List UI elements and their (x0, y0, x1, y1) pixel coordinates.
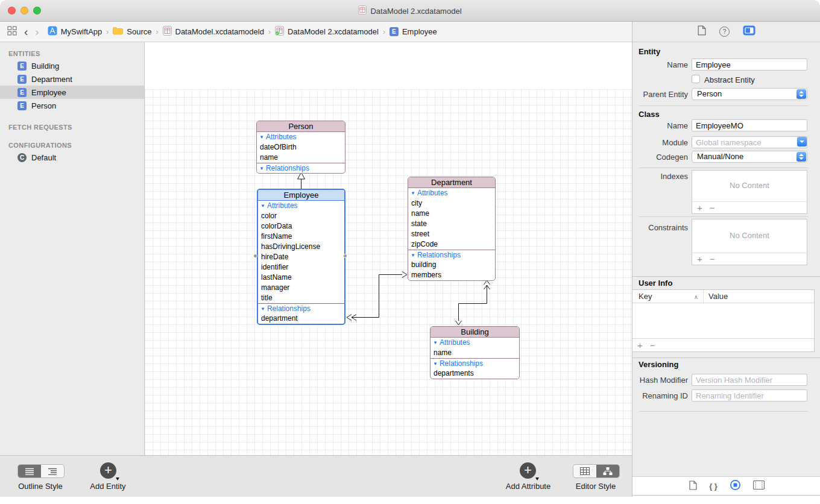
remove-constraint-button[interactable]: − (710, 254, 715, 264)
hash-modifier-field[interactable] (692, 374, 807, 386)
disclosure-triangle-icon: ▼ (433, 361, 438, 367)
sidebar-item-person[interactable]: E Person (0, 99, 144, 112)
renaming-id-field[interactable] (692, 389, 807, 402)
disclosure-triangle-icon: ▼ (433, 340, 438, 345)
selection-handle-left[interactable] (253, 254, 257, 258)
attributes-section-header[interactable]: ▼Attributes (258, 201, 344, 211)
constraints-label: Constraints (635, 223, 688, 232)
attribute-row[interactable]: color (258, 211, 344, 221)
file-inspector-icon[interactable] (689, 480, 697, 492)
breadcrumb-item-entity[interactable]: E Employee (390, 27, 437, 36)
abstract-entity-label: Abstract Entity (704, 75, 755, 84)
back-icon[interactable]: ‹ (24, 27, 28, 37)
attribute-row[interactable]: state (408, 219, 495, 229)
editor-style-table-segment[interactable] (573, 465, 596, 477)
jump-bar: ‹ › MySwiftApp › Source › DataModel.xcda… (0, 22, 632, 42)
add-index-button[interactable]: + (697, 203, 702, 213)
entity-icon: E (390, 27, 399, 36)
entity-box-person[interactable]: Person ▼Attributes dateOfBirth name ▼Rel… (256, 121, 345, 174)
attribute-row[interactable]: name (257, 153, 345, 163)
popup-stepper-icon (796, 152, 806, 162)
window-title: DataModel 2.xcdatamodel (370, 7, 461, 16)
entity-box-title: Department (408, 177, 495, 188)
parent-entity-popup[interactable]: Person (692, 88, 807, 100)
attribute-row[interactable]: manager (258, 283, 344, 293)
attribute-row[interactable]: zipCode (408, 239, 495, 250)
add-entity-button[interactable]: + (100, 462, 116, 479)
inspector-toggle-icon[interactable] (743, 25, 755, 38)
diagram-canvas[interactable]: Person ▼Attributes dateOfBirth name ▼Rel… (145, 42, 632, 455)
attribute-row[interactable]: hireDate (258, 252, 344, 262)
relationship-row[interactable]: department (258, 313, 344, 324)
outline-style-flat-segment[interactable] (18, 465, 41, 477)
attribute-row[interactable]: identifier (258, 262, 344, 272)
add-user-info-button[interactable]: + (637, 340, 643, 350)
attributes-section-header[interactable]: ▼Attributes (408, 188, 495, 198)
codegen-popup[interactable]: Manual/None (692, 151, 807, 163)
remove-user-info-button[interactable]: − (650, 340, 655, 350)
indexes-empty-text: No Content (692, 171, 807, 201)
editor-style-graph-segment[interactable] (596, 465, 619, 477)
user-info-value-column-header[interactable]: Value (704, 290, 728, 303)
related-items-icon[interactable] (7, 26, 17, 37)
attribute-row[interactable]: street (408, 229, 495, 239)
relationships-section-header[interactable]: ▼Relationships (408, 250, 495, 260)
entity-name-field[interactable] (692, 58, 807, 71)
relationships-section-header[interactable]: ▼Relationships (430, 358, 519, 368)
abstract-entity-checkbox[interactable] (692, 75, 700, 83)
document-icon[interactable] (697, 25, 706, 38)
outline-style-segmented-control (17, 464, 65, 478)
attribute-row[interactable]: lastName (258, 272, 344, 283)
relationship-row[interactable]: departments (430, 368, 519, 379)
disclosure-triangle-icon: ▼ (259, 166, 264, 171)
disclosure-triangle-icon: ▼ (259, 134, 264, 140)
relationships-section-header[interactable]: ▼Relationships (257, 163, 345, 173)
quick-help-inspector-icon[interactable]: { } (709, 482, 718, 491)
attribute-row[interactable]: firstName (258, 232, 344, 242)
user-info-table-body[interactable] (632, 303, 814, 338)
remove-index-button[interactable]: − (710, 203, 715, 213)
configuration-icon: C (17, 153, 27, 162)
attribute-row[interactable]: hasDrivingLicense (258, 242, 344, 252)
entity-box-building[interactable]: Building ▼Attributes name ▼Relationships… (430, 326, 520, 379)
attribute-row[interactable]: dateOfBirth (257, 142, 345, 153)
hash-modifier-label: Hash Modifier (635, 376, 688, 385)
window-bottom-edge (0, 497, 820, 504)
outline-style-hierarchical-segment[interactable] (41, 465, 64, 477)
breadcrumb-item-datamodel-version[interactable]: DataModel 2.xcdatamodel (275, 26, 379, 37)
attribute-row[interactable]: colorData (258, 221, 344, 232)
breadcrumb-item-group[interactable]: Source (113, 27, 151, 37)
attribute-row[interactable]: city (408, 198, 495, 209)
breadcrumb-item-datamodeld[interactable]: DataModel.xcdatamodeld (163, 26, 264, 37)
selection-handle-right[interactable] (343, 254, 347, 258)
attributes-section-header[interactable]: ▼Attributes (257, 132, 345, 142)
module-combo-field[interactable] (692, 136, 807, 148)
relationships-section-header[interactable]: ▼Relationships (258, 303, 344, 313)
attribute-row[interactable]: title (258, 293, 344, 303)
entity-box-department[interactable]: Department ▼Attributes city name state s… (408, 177, 496, 281)
combo-dropdown-icon[interactable] (797, 137, 807, 146)
relationship-row[interactable]: building (408, 260, 495, 270)
add-attribute-button[interactable]: + (520, 462, 536, 479)
breadcrumb-item-project[interactable]: MySwiftApp (48, 26, 102, 37)
sidebar-item-employee[interactable]: E Employee (0, 86, 144, 99)
forward-icon[interactable]: › (35, 27, 39, 37)
add-constraint-button[interactable]: + (697, 254, 702, 264)
disclosure-triangle-icon: ▼ (260, 306, 265, 312)
document-proxy-icon[interactable] (358, 5, 367, 16)
data-model-inspector-icon[interactable] (730, 479, 741, 493)
library-icon[interactable] (753, 480, 765, 491)
class-name-field[interactable] (692, 119, 807, 131)
user-info-key-column-header[interactable]: Key ∧ (632, 290, 704, 303)
breadcrumb-separator: › (106, 28, 109, 36)
attribute-row[interactable]: name (430, 348, 519, 358)
sidebar-item-department[interactable]: E Department (0, 72, 144, 86)
help-icon[interactable]: ? (719, 27, 730, 37)
entity-box-employee[interactable]: Employee ▼Attributes color colorData fir… (257, 189, 345, 325)
add-entity-dropdown-caret (116, 477, 119, 480)
relationship-row[interactable]: members (408, 270, 495, 280)
attribute-row[interactable]: name (408, 209, 495, 219)
attributes-section-header[interactable]: ▼Attributes (430, 338, 519, 348)
sidebar-item-building[interactable]: E Building (0, 59, 144, 72)
sidebar-item-default-configuration[interactable]: C Default (0, 151, 144, 164)
